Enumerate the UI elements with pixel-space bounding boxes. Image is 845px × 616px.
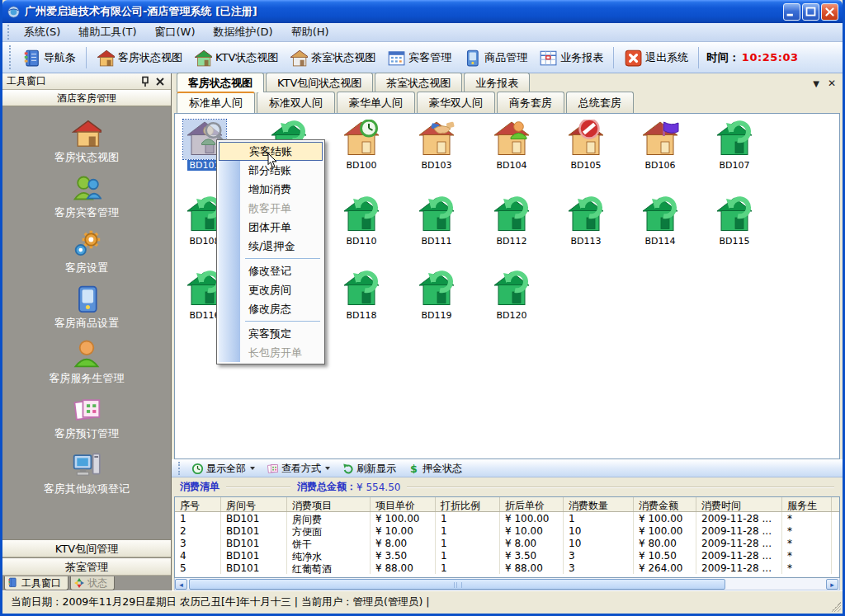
column-header-序号[interactable]: 序号 xyxy=(175,497,221,511)
menu-item-窗口(W)[interactable]: 窗口(W) xyxy=(146,23,205,41)
room-label: BD114 xyxy=(643,236,677,247)
room-BD106[interactable]: BD106 xyxy=(629,120,692,171)
toolbar-button-客房状态视图[interactable]: 客房状态视图 xyxy=(91,45,188,71)
tab-客房状态视图[interactable]: 客房状态视图 xyxy=(177,73,264,92)
roomtype-tab-标准双人间[interactable]: 标准双人间 xyxy=(257,92,335,113)
sidebar-item-客房宾客管理[interactable]: 客房宾客管理 xyxy=(12,173,161,220)
sidebar-section-茶室管理[interactable]: 茶室管理 xyxy=(2,557,171,576)
toolbar-button-商品管理[interactable]: 商品管理 xyxy=(457,45,533,71)
room-house-icon xyxy=(342,195,381,233)
table-row[interactable]: 1BD101房间费¥ 100.001¥ 100.001¥ 100.002009-… xyxy=(175,512,839,524)
table-cell: BD101 xyxy=(221,562,287,574)
toolbar-button-业务报表[interactable]: 业务报表 xyxy=(533,45,609,71)
column-header-项目单价[interactable]: 项目单价 xyxy=(371,497,436,511)
consume-toolbar-grip[interactable] xyxy=(178,462,182,475)
column-header-消费金额[interactable]: 消费金额 xyxy=(634,497,696,511)
toolbar-button-茶室状态视图[interactable]: 茶室状态视图 xyxy=(284,45,381,71)
menu-item-辅助工具(T)[interactable]: 辅助工具(T) xyxy=(69,23,145,41)
scrollbar-thumb[interactable] xyxy=(189,579,725,590)
consume-toolbar-button-查看方式[interactable]: 查看方式 xyxy=(262,461,334,477)
menu-item-帮助(H)[interactable]: 帮助(H) xyxy=(282,23,338,41)
toolbar-button-KTV状态视图[interactable]: KTV状态视图 xyxy=(188,45,284,71)
tab-业务报表[interactable]: 业务报表 xyxy=(464,73,530,92)
sidebar-tab-状态[interactable]: 状态 xyxy=(70,576,115,590)
room-BD103[interactable]: BD103 xyxy=(405,120,468,171)
context-menu-item-修改房态[interactable]: 修改房态 xyxy=(219,299,323,318)
context-menu-item-增加消费[interactable]: 增加消费 xyxy=(219,180,323,199)
roomtype-tab-豪华单人间[interactable]: 豪华单人间 xyxy=(337,92,415,113)
room-BD115[interactable]: BD115 xyxy=(703,195,766,247)
table-cell: 2009-11-28 ... xyxy=(696,549,782,562)
sidebar-tab-工具窗口[interactable]: 工具窗口 xyxy=(4,576,68,590)
roomtype-tab-豪华双人间[interactable]: 豪华双人间 xyxy=(417,92,495,113)
sidebar-item-客房状态视图[interactable]: 客房状态视图 xyxy=(12,118,161,165)
context-menu-item-宾客预定[interactable]: 宾客预定 xyxy=(219,324,323,343)
maximize-button[interactable] xyxy=(802,3,819,21)
room-BD112[interactable]: BD112 xyxy=(480,195,543,247)
scroll-right-arrow[interactable]: ▸ xyxy=(826,579,838,590)
tab-茶室状态视图[interactable]: 茶室状态视图 xyxy=(375,73,462,92)
table-cell: 1 xyxy=(436,524,500,537)
menu-item-系统(S)[interactable]: 系统(S) xyxy=(15,23,69,41)
sidebar-item-客房预订管理[interactable]: 客房预订管理 xyxy=(12,394,161,441)
toolbar-button-label: KTV状态视图 xyxy=(215,50,278,65)
toolbar-button-宾客管理[interactable]: 宾客管理 xyxy=(381,45,457,71)
consume-toolbar-button-显示全部[interactable]: 显示全部 xyxy=(187,461,259,477)
room-BD107[interactable]: BD107 xyxy=(703,120,766,171)
dropdown-arrow-icon[interactable] xyxy=(325,467,330,470)
roomtype-tab-总统套房[interactable]: 总统套房 xyxy=(566,92,634,113)
column-header-服务生[interactable]: 服务生 xyxy=(782,497,832,511)
context-menu-item-续/退押金[interactable]: 续/退押金 xyxy=(219,237,323,256)
pin-icon[interactable] xyxy=(139,75,152,88)
table-cell: 房间费 xyxy=(287,512,371,524)
room-BD110[interactable]: BD110 xyxy=(330,195,393,247)
room-BD104[interactable]: BD104 xyxy=(480,120,543,171)
context-menu-item-更改房间[interactable]: 更改房间 xyxy=(219,280,323,299)
toolbar-grip[interactable] xyxy=(9,45,13,70)
column-header-折后单价[interactable]: 折后单价 xyxy=(500,497,564,511)
sidebar-item-客房设置[interactable]: 客房设置 xyxy=(12,228,161,275)
table-cell: 1 xyxy=(436,512,500,524)
sidebar-item-客房其他款项登记[interactable]: 客房其他款项登记 xyxy=(12,449,161,496)
room-BD114[interactable]: BD114 xyxy=(629,195,692,247)
column-header-消费时间[interactable]: 消费时间 xyxy=(696,497,782,511)
guest-mgmt-icon xyxy=(387,49,405,67)
minimize-button[interactable] xyxy=(783,3,800,21)
menubar-grip[interactable] xyxy=(7,25,12,40)
column-header-消费项目[interactable]: 消费项目 xyxy=(287,497,371,511)
column-header-打折比例[interactable]: 打折比例 xyxy=(436,497,500,511)
sidebar-item-客房服务生管理[interactable]: 客房服务生管理 xyxy=(12,339,161,386)
tab-KTV包间状态视图[interactable]: KTV包间状态视图 xyxy=(266,73,373,92)
table-row[interactable]: 4BD101纯净水¥ 3.501¥ 3.503¥ 10.502009-11-28… xyxy=(175,549,839,562)
room-BD119[interactable]: BD119 xyxy=(405,270,468,321)
room-BD111[interactable]: BD111 xyxy=(405,195,468,247)
resize-grip[interactable] xyxy=(831,602,841,612)
column-header-房间号[interactable]: 房间号 xyxy=(221,497,287,511)
tab-close-icon[interactable]: ✕ xyxy=(828,78,836,89)
menu-item-数据维护(D)[interactable]: 数据维护(D) xyxy=(205,23,282,41)
table-row[interactable]: 3BD101饼干¥ 8.001¥ 8.0010¥ 80.002009-11-28… xyxy=(175,537,839,549)
table-row[interactable]: 5BD101红葡萄酒¥ 88.001¥ 88.003¥ 264.002009-1… xyxy=(175,562,839,574)
dropdown-arrow-icon[interactable] xyxy=(250,467,255,470)
table-row[interactable]: 2BD101方便面¥ 10.001¥ 10.0010¥ 100.002009-1… xyxy=(175,524,839,537)
consume-toolbar-button-刷新显示[interactable]: 刷新显示 xyxy=(338,461,400,477)
room-BD113[interactable]: BD113 xyxy=(555,195,617,247)
sidebar-section-KTV包间管理[interactable]: KTV包间管理 xyxy=(2,539,171,557)
toolbar-button-导航条[interactable]: 导航条 xyxy=(17,45,82,71)
roomtype-tab-标准单人间[interactable]: 标准单人间 xyxy=(177,92,255,113)
room-BD120[interactable]: BD120 xyxy=(480,270,543,321)
context-menu-item-团体开单[interactable]: 团体开单 xyxy=(219,218,323,237)
context-menu-item-修改登记[interactable]: 修改登记 xyxy=(219,261,323,280)
room-BD100[interactable]: BD100 xyxy=(330,120,393,171)
scroll-left-arrow[interactable]: ◂ xyxy=(175,579,187,590)
toolbar-button-退出系统[interactable]: 退出系统 xyxy=(618,45,694,71)
roomtype-tab-商务套房[interactable]: 商务套房 xyxy=(497,92,564,113)
consume-toolbar-button-押金状态[interactable]: $押金状态 xyxy=(404,461,466,477)
column-header-消费数量[interactable]: 消费数量 xyxy=(564,497,634,511)
room-BD118[interactable]: BD118 xyxy=(330,270,393,321)
sidebar-item-客房商品设置[interactable]: 客房商品设置 xyxy=(12,284,161,331)
tab-scroll-down-icon[interactable]: ▼ xyxy=(813,79,819,88)
room-BD105[interactable]: BD105 xyxy=(555,120,617,171)
sidebar-close-icon[interactable] xyxy=(153,75,167,88)
close-button[interactable] xyxy=(821,3,838,21)
